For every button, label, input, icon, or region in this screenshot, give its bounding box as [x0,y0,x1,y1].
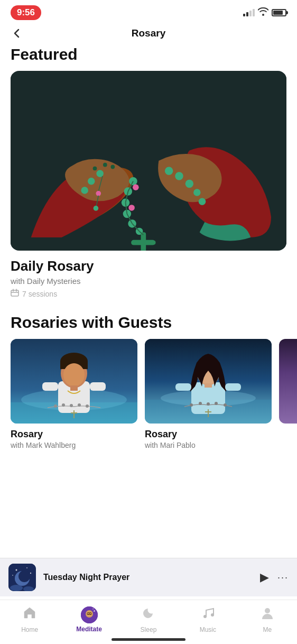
status-bar: 9:56 [0,0,297,23]
svg-point-87 [203,615,207,618]
svg-point-88 [211,613,214,617]
main-content: Featured [0,45,297,455]
back-button[interactable] [11,27,23,40]
nav-meditate[interactable]: z z Meditate [71,606,108,633]
svg-rect-24 [132,240,155,245]
meditate-avatar: z z [81,606,98,623]
me-icon [260,605,275,624]
svg-point-77 [12,575,13,576]
nav-home-label: Home [21,626,38,633]
svg-rect-47 [70,385,78,391]
featured-section-title: Featured [11,45,286,63]
svg-point-10 [165,167,173,175]
nav-sleep-label: Sleep [141,626,157,633]
svg-point-32 [96,191,101,196]
svg-rect-65 [225,383,241,391]
nav-me[interactable]: Me [249,605,286,633]
svg-rect-49 [90,382,106,391]
svg-point-34 [94,206,99,211]
music-icon [200,605,215,624]
svg-point-16 [88,178,95,185]
guests-section: Rosaries with Guests [11,314,286,455]
svg-point-20 [110,165,115,169]
mini-player-controls[interactable]: ▶ ··· [260,571,289,584]
featured-meta: 7 sessions [11,289,286,299]
svg-point-50 [54,404,57,408]
guest-title-1: Rosary [11,429,137,440]
svg-point-75 [26,567,27,568]
guest-image-3[interactable] [279,339,297,424]
featured-title: Daily Rosary [11,258,286,274]
svg-point-8 [133,184,139,190]
guest-title-2: Rosary [145,429,272,440]
mini-player-title: Tuesday Night Prayer [43,573,129,582]
mini-player-info: Tuesday Night Prayer [43,573,253,582]
guest-card-3[interactable] [279,339,297,449]
svg-point-14 [199,198,206,206]
sessions-icon [11,289,19,299]
svg-point-46 [63,363,85,387]
guest-card-2[interactable]: Rosary with Mari Pablo [145,339,272,449]
svg-point-68 [207,402,210,406]
nav-music[interactable]: Music [189,605,226,633]
svg-point-13 [193,189,201,196]
svg-point-54 [86,404,89,408]
status-icons [243,7,286,18]
guest-card-1[interactable]: Rosary with Mark Wahlberg [11,339,137,449]
mini-player[interactable]: Tuesday Night Prayer ▶ ··· [0,558,297,596]
svg-point-70 [224,403,227,407]
svg-point-89 [265,608,270,613]
svg-point-81 [10,585,23,591]
page-title: Rosary [132,27,165,39]
home-indicator [112,638,185,641]
header: Rosary [0,23,297,43]
svg-point-67 [199,402,202,405]
svg-point-76 [30,573,31,574]
nav-sleep[interactable]: Sleep [130,605,167,633]
bottom-nav: Home z z Meditate Sleep [0,600,297,644]
svg-point-18 [93,167,97,171]
home-icon [22,605,37,624]
featured-card-image[interactable] [11,71,286,251]
nav-music-label: Music [200,626,216,633]
svg-point-51 [62,403,65,407]
nav-home[interactable]: Home [11,605,48,633]
featured-info: Daily Rosary with Daily Mysteries 7 sess… [11,258,286,299]
guest-image-1[interactable] [11,339,137,424]
svg-rect-64 [175,383,191,391]
svg-point-11 [175,172,183,180]
sessions-count: 7 sessions [22,290,57,298]
svg-point-15 [96,170,104,177]
svg-point-69 [215,402,218,405]
svg-point-52 [70,404,73,407]
battery-icon [272,9,286,16]
play-button[interactable]: ▶ [260,571,269,584]
status-time: 9:56 [11,5,41,20]
svg-point-74 [16,569,17,571]
guests-scroll[interactable]: Rosary with Mark Wahlberg [0,339,297,455]
svg-rect-35 [11,290,18,296]
svg-point-80 [18,571,30,582]
guest-image-2[interactable] [145,339,272,424]
svg-point-12 [185,180,193,188]
featured-subtitle: with Daily Mysteries [11,277,286,286]
signal-icon [243,9,255,16]
svg-rect-63 [205,383,212,388]
sleep-icon [141,605,156,624]
nav-me-label: Me [263,626,272,633]
svg-point-9 [128,205,135,211]
guest-subtitle-1: with Mark Wahlberg [11,441,137,449]
guest-subtitle-2: with Mari Pablo [145,441,272,449]
mini-player-thumbnail [8,564,36,591]
svg-point-53 [78,403,81,407]
svg-point-19 [103,163,107,167]
more-options-button[interactable]: ··· [277,572,289,583]
svg-rect-48 [42,382,58,391]
guests-section-title: Rosaries with Guests [11,314,286,332]
svg-point-17 [81,187,88,194]
wifi-icon [258,7,268,18]
nav-meditate-label: Meditate [76,625,102,633]
svg-point-66 [190,403,193,407]
